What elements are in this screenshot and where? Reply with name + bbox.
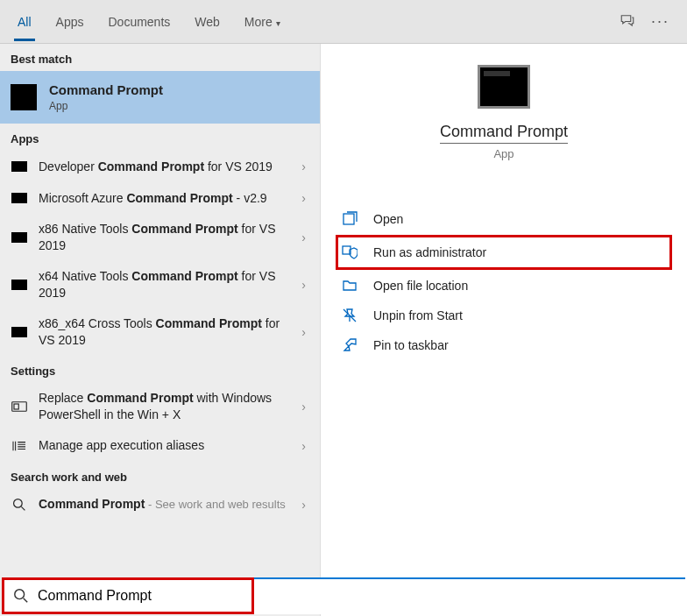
section-best-match: Best match: [0, 44, 320, 71]
result-setting[interactable]: Manage app execution aliases ›: [0, 430, 320, 462]
chevron-right-icon[interactable]: ›: [296, 230, 311, 244]
search-input[interactable]: [38, 588, 243, 604]
folder-icon: [342, 278, 361, 294]
chevron-right-icon[interactable]: ›: [296, 498, 311, 512]
section-search-web: Search work and web: [0, 462, 320, 489]
tab-documents[interactable]: Documents: [96, 3, 182, 41]
section-settings: Settings: [0, 356, 320, 383]
result-best-match[interactable]: Command PromptApp: [0, 71, 320, 124]
result-app[interactable]: Developer Command Prompt for VS 2019 ›: [0, 151, 320, 182]
svg-point-5: [15, 590, 25, 599]
result-app[interactable]: x64 Native Tools Command Prompt for VS 2…: [0, 261, 320, 308]
result-setting[interactable]: Replace Command Prompt with Windows Powe…: [0, 383, 320, 430]
chevron-right-icon[interactable]: ›: [296, 191, 311, 205]
chevron-right-icon[interactable]: ›: [296, 278, 311, 292]
section-apps: Apps: [0, 124, 320, 151]
settings-icon: [11, 398, 28, 415]
search-icon: [11, 496, 28, 513]
result-web[interactable]: Command Prompt - See work and web result…: [0, 489, 320, 520]
search-bar: [2, 577, 685, 614]
app-icon: [11, 323, 28, 341]
chevron-right-icon[interactable]: ›: [296, 159, 311, 173]
tab-apps[interactable]: Apps: [44, 3, 96, 41]
chevron-right-icon[interactable]: ›: [296, 439, 311, 453]
tab-all[interactable]: All: [5, 3, 44, 41]
command-prompt-icon: [11, 84, 37, 110]
action-open-location[interactable]: Open file location: [338, 271, 669, 301]
detail-title[interactable]: Command Prompt: [440, 123, 568, 144]
search-bar-extension[interactable]: [254, 577, 685, 614]
detail-panel: Command Prompt App Open Run as administr…: [320, 44, 687, 616]
svg-rect-1: [14, 404, 18, 409]
open-icon: [342, 211, 361, 227]
search-icon: [13, 588, 29, 604]
action-pin-taskbar[interactable]: Pin to taskbar: [338, 330, 669, 360]
result-app[interactable]: x86_x64 Cross Tools Command Prompt for V…: [0, 308, 320, 356]
chevron-right-icon[interactable]: ›: [296, 400, 311, 414]
action-open[interactable]: Open: [338, 204, 669, 234]
feedback-icon[interactable]: [620, 12, 635, 32]
more-options-icon[interactable]: ···: [651, 12, 669, 31]
command-prompt-large-icon: [478, 65, 530, 109]
filter-tabs: All Apps Documents Web More▾ ···: [0, 0, 687, 44]
admin-shield-icon: [342, 244, 361, 260]
app-icon: [11, 158, 28, 175]
app-icon: [11, 229, 28, 246]
unpin-icon: [342, 308, 361, 323]
svg-rect-3: [344, 214, 354, 224]
action-unpin-start[interactable]: Unpin from Start: [338, 301, 669, 330]
action-run-as-admin[interactable]: Run as administrator: [336, 235, 672, 270]
result-app[interactable]: x86 Native Tools Command Prompt for VS 2…: [0, 214, 320, 261]
detail-subtitle: App: [493, 147, 513, 160]
tab-more[interactable]: More▾: [232, 3, 293, 41]
app-icon: [11, 189, 28, 207]
chevron-right-icon[interactable]: ›: [296, 325, 311, 339]
results-panel: Best match Command PromptApp Apps Develo…: [0, 44, 320, 616]
aliases-icon: [11, 437, 28, 455]
svg-point-2: [14, 499, 23, 507]
pin-icon: [342, 337, 361, 353]
app-icon: [11, 276, 28, 294]
chevron-down-icon: ▾: [276, 18, 280, 28]
result-app[interactable]: Microsoft Azure Command Prompt - v2.9 ›: [0, 182, 320, 214]
tab-web[interactable]: Web: [182, 3, 232, 41]
